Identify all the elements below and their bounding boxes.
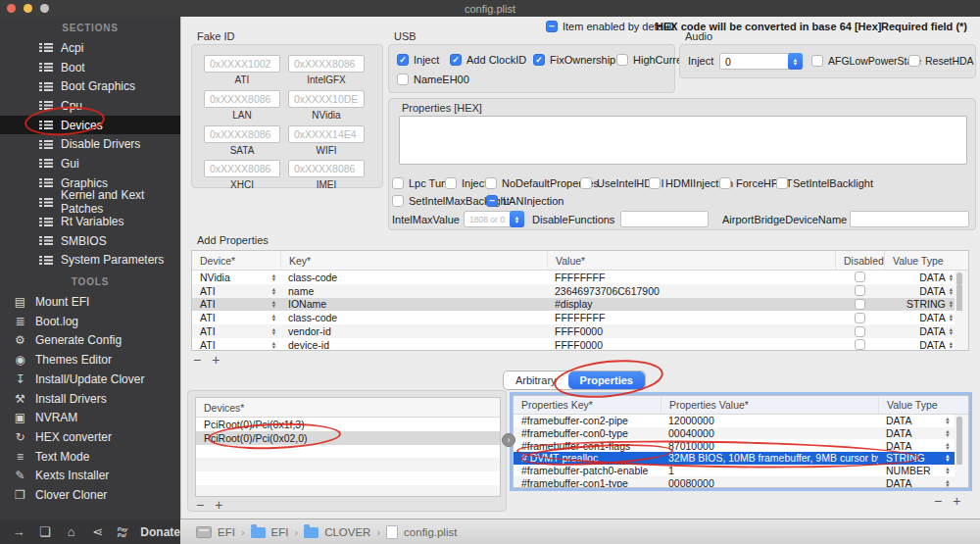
home-icon[interactable]: ⌂ [65, 524, 78, 539]
table-row[interactable]: ATI vendor-id FFFF0000 DATA [192, 324, 968, 338]
table-row[interactable]: NVidia class-code FFFFFFFF DATA [192, 271, 968, 284]
disabled-checkbox[interactable] [855, 313, 865, 323]
sidebar-item-system-parameters[interactable]: System Parameters [0, 251, 180, 271]
disabled-checkbox[interactable] [855, 285, 865, 296]
tool-install-update-clover[interactable]: ↧Install/Update Clover [0, 370, 180, 389]
sidebar-item-smbios[interactable]: SMBIOS [0, 231, 180, 251]
stepper-icon[interactable] [946, 479, 949, 487]
stepper-icon[interactable] [950, 273, 953, 281]
forcehpet-checkbox[interactable] [719, 177, 731, 189]
sidebar-item-disable-drivers[interactable]: Disable Drivers [0, 134, 180, 154]
sidebar-item-acpi[interactable]: Acpi [0, 38, 180, 58]
usb-highcurrent-checkbox[interactable] [616, 54, 628, 66]
fake-id-sata-field[interactable] [204, 125, 280, 143]
tool-hex-converter[interactable]: ↻HEX converter [0, 427, 180, 447]
table-row[interactable]: ATI name 23646973706C617900 DATA [192, 284, 968, 298]
device-row-selected[interactable]: PciRoot(0)/Pci(0x02,0) [196, 431, 500, 445]
laninjection-checkbox[interactable] [486, 195, 498, 207]
usb-fixownership-checkbox[interactable] [533, 54, 545, 66]
stepper-icon[interactable] [950, 341, 953, 349]
export-icon[interactable]: ❏ [38, 524, 52, 539]
devices-header[interactable]: Devices* [196, 398, 500, 417]
login-icon[interactable]: → [12, 524, 25, 539]
col-properties-key[interactable]: Properties Key* [514, 396, 661, 414]
setintelmaxbacklight-checkbox[interactable] [392, 195, 404, 207]
intelmaxvalue-select[interactable]: 1808 or 0x710 [464, 211, 524, 227]
tool-boot-log[interactable]: ≣Boot.log [0, 312, 180, 331]
stepper-icon[interactable] [946, 442, 949, 450]
col-value-type[interactable]: Value Type [884, 251, 968, 270]
usb-nameeh00-checkbox[interactable] [397, 74, 409, 85]
stepper-icon[interactable] [950, 314, 953, 321]
stepper-icon[interactable] [272, 273, 275, 281]
remove-property-button[interactable]: − [934, 493, 942, 509]
table-row[interactable]: ATI class-code FFFFFFFF DATA [192, 311, 968, 324]
stepper-icon[interactable] [946, 417, 949, 424]
fake-id-ati-field[interactable] [204, 55, 280, 73]
stepper-icon[interactable] [272, 314, 275, 321]
tool-kexts-installer[interactable]: ✎Kexts Installer [0, 466, 180, 485]
tool-text-mode[interactable]: ≡Text Mode [0, 447, 180, 467]
device-row-empty[interactable] [196, 485, 500, 497]
setintelbacklight-checkbox[interactable] [776, 177, 788, 189]
inject-checkbox[interactable] [445, 177, 457, 189]
add-row-button[interactable]: + [212, 352, 220, 368]
tool-clover-cloner[interactable]: ❐Clover Cloner [0, 485, 180, 505]
lpc-tune-checkbox[interactable] [392, 177, 404, 189]
device-row-empty[interactable] [196, 445, 500, 459]
col-value[interactable]: Value* [547, 251, 835, 270]
property-row[interactable]: #framebuffer-con2-pipe 12000000 DATA [514, 415, 968, 427]
property-row[interactable]: #framebuffer-patch0-enable 1 NUMBER [514, 465, 968, 477]
item-enabled-default-checkbox[interactable] [546, 21, 558, 32]
device-row-empty[interactable] [196, 471, 500, 485]
fake-id-intelgfx-field[interactable] [288, 55, 365, 73]
device-row-empty[interactable] [196, 458, 500, 471]
minimize-window-button[interactable] [24, 4, 32, 13]
nodefaultproperties-checkbox[interactable] [485, 177, 497, 189]
sidebar-item-boot[interactable]: Boot [0, 58, 180, 77]
paypal-icon[interactable]: PayPal [118, 526, 128, 538]
col-key[interactable]: Key* [280, 251, 547, 270]
tool-mount-efi[interactable]: ▤Mount EFI [0, 292, 180, 312]
usb-addclockid-checkbox[interactable] [450, 54, 462, 66]
add-device-button[interactable]: + [215, 497, 222, 513]
property-row[interactable]: #framebuffer-con1-type 00080000 DATA [514, 476, 968, 488]
col-value-type[interactable]: Value Type [878, 396, 968, 414]
audio-inject-select[interactable]: 0 [719, 53, 803, 70]
stepper-icon[interactable] [272, 287, 275, 295]
link-arrow-button[interactable]: › [502, 433, 515, 447]
disabled-checkbox[interactable] [855, 339, 865, 350]
fake-id-wifi-field[interactable] [288, 125, 365, 143]
remove-device-button[interactable]: − [196, 497, 204, 513]
table-row-selected[interactable]: ATI IOName #display STRING [192, 298, 968, 312]
tool-install-drivers[interactable]: ⚒Install Drivers [0, 389, 180, 409]
stepper-icon[interactable] [950, 287, 953, 295]
stepper-icon[interactable] [272, 341, 275, 349]
tab-properties[interactable]: Properties [568, 371, 645, 389]
stepper-icon[interactable] [946, 429, 949, 437]
stepper-icon[interactable] [946, 454, 949, 462]
properties-hex-textarea[interactable] [399, 116, 967, 165]
tool-generate-config[interactable]: ⚙Generate Config [0, 331, 180, 351]
usb-inject-checkbox[interactable] [397, 54, 409, 66]
fake-id-xhci-field[interactable] [204, 160, 280, 177]
donate-button[interactable]: Donate [140, 525, 180, 539]
breadcrumb-efi-disk[interactable]: EFI [196, 526, 235, 538]
disabled-checkbox[interactable] [855, 299, 865, 310]
sidebar-item-kernel-kext-patches[interactable]: Kernel and Kext Patches [0, 193, 180, 213]
device-row[interactable]: PciRoot(0)/Pci(0x1f,3) [196, 418, 500, 431]
stepper-icon[interactable] [950, 300, 953, 308]
stepper-icon[interactable] [950, 327, 953, 335]
disablefunctions-field[interactable] [620, 211, 709, 227]
useintelhdmi-checkbox[interactable] [580, 177, 592, 189]
sidebar-item-boot-graphics[interactable]: Boot Graphics [0, 76, 180, 96]
share-icon[interactable]: ⋖ [91, 524, 105, 539]
remove-row-button[interactable]: − [193, 352, 201, 368]
fake-id-imei-field[interactable] [288, 160, 365, 177]
disabled-checkbox[interactable] [855, 272, 865, 282]
breadcrumb-clover-folder[interactable]: CLOVER [304, 526, 370, 538]
property-row[interactable]: #framebuffer-con1-flags 87010000 DATA [514, 439, 968, 452]
stepper-icon[interactable] [272, 300, 275, 308]
zoom-window-button[interactable] [40, 4, 49, 13]
disabled-checkbox[interactable] [855, 326, 865, 337]
